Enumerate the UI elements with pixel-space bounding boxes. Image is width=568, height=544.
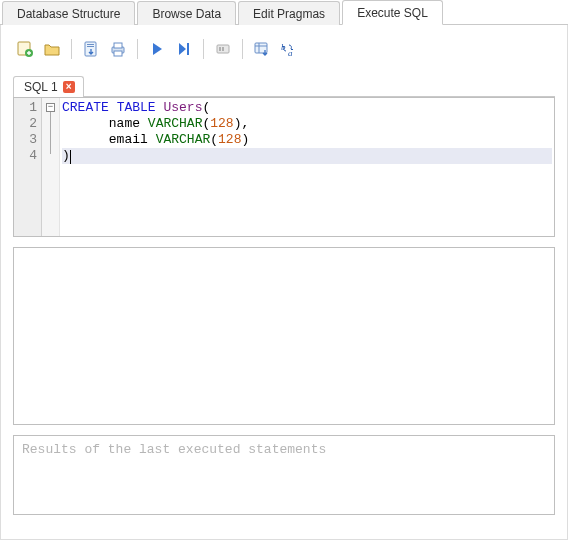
toolbar-separator xyxy=(137,39,138,59)
print-button[interactable] xyxy=(106,37,130,61)
toolbar-separator xyxy=(242,39,243,59)
toolbar-separator xyxy=(71,39,72,59)
svg-rect-4 xyxy=(87,46,94,47)
fold-toggle-icon[interactable]: − xyxy=(46,103,55,112)
fold-line xyxy=(50,144,51,154)
svg-rect-7 xyxy=(114,51,122,56)
svg-rect-10 xyxy=(219,47,221,51)
save-results-icon xyxy=(253,40,271,58)
svg-rect-3 xyxy=(87,44,94,45)
sql-subtabs: SQL 1 × xyxy=(13,75,555,97)
close-tab-button[interactable]: × xyxy=(63,81,75,93)
tab-database-structure[interactable]: Database Structure xyxy=(2,1,135,25)
log-pane[interactable]: Results of the last executed statements xyxy=(13,435,555,515)
open-file-icon xyxy=(43,40,61,58)
find-replace-icon: b a xyxy=(280,40,298,58)
code-area[interactable]: CREATE TABLE Users( name VARCHAR(128), e… xyxy=(60,98,554,236)
sql-tab-label: SQL 1 xyxy=(24,80,58,94)
text-cursor xyxy=(70,150,71,164)
line-number: 1 xyxy=(14,100,37,116)
open-sql-file-button[interactable] xyxy=(40,37,64,61)
line-number: 4 xyxy=(14,148,37,164)
run-sql-button[interactable] xyxy=(145,37,169,61)
sql-tab-1[interactable]: SQL 1 × xyxy=(13,76,84,97)
line-number: 2 xyxy=(14,116,37,132)
save-sql-file-button[interactable] xyxy=(79,37,103,61)
code-line: name VARCHAR(128), xyxy=(62,116,552,132)
code-line: CREATE TABLE Users( xyxy=(62,100,552,116)
sql-editor[interactable]: 1 2 3 4 − CREATE TABLE Users( name VARCH… xyxy=(13,97,555,237)
svg-rect-11 xyxy=(222,47,224,51)
print-icon xyxy=(109,40,127,58)
code-line-current: ) xyxy=(62,148,552,164)
run-line-button[interactable] xyxy=(172,37,196,61)
svg-rect-6 xyxy=(114,43,122,48)
find-button[interactable]: b a xyxy=(277,37,301,61)
run-step-icon xyxy=(176,41,192,57)
log-placeholder: Results of the last executed statements xyxy=(22,442,326,457)
save-file-icon xyxy=(82,40,100,58)
tab-execute-sql[interactable]: Execute SQL xyxy=(342,0,443,25)
main-tabbar: Database Structure Browse Data Edit Prag… xyxy=(0,0,568,25)
app-window: Database Structure Browse Data Edit Prag… xyxy=(0,0,568,544)
fold-line xyxy=(50,112,51,128)
close-icon: × xyxy=(66,81,72,92)
results-pane[interactable] xyxy=(13,247,555,425)
save-results-button[interactable] xyxy=(250,37,274,61)
new-sql-tab-button[interactable] xyxy=(13,37,37,61)
execute-sql-panel: b a SQL 1 × 1 2 3 4 xyxy=(0,25,568,540)
svg-rect-8 xyxy=(187,43,189,55)
fold-line xyxy=(50,128,51,144)
tab-edit-pragmas[interactable]: Edit Pragmas xyxy=(238,1,340,25)
tab-browse-data[interactable]: Browse Data xyxy=(137,1,236,25)
new-sql-tab-icon xyxy=(16,40,34,58)
code-line: email VARCHAR(128) xyxy=(62,132,552,148)
toolbar-separator xyxy=(203,39,204,59)
stop-button[interactable] xyxy=(211,37,235,61)
stop-icon xyxy=(214,40,232,58)
fold-gutter: − xyxy=(42,98,60,236)
line-number-gutter: 1 2 3 4 xyxy=(14,98,42,236)
sql-toolbar: b a xyxy=(13,35,555,63)
run-icon xyxy=(149,41,165,57)
line-number: 3 xyxy=(14,132,37,148)
